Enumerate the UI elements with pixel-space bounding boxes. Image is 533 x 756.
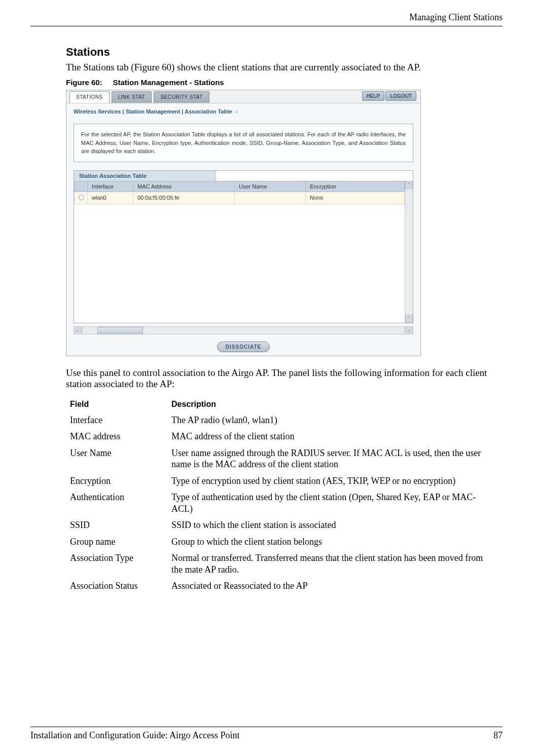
col-mac: MAC Address (133, 181, 235, 192)
description-box: For the selected AP, the Station Associa… (74, 124, 413, 162)
field-description-table: Field Description InterfaceThe AP radio … (70, 397, 496, 594)
field-row: User NameUser name assigned through the … (70, 445, 496, 473)
field-name: Authentication (70, 489, 171, 517)
field-name: Interface (70, 412, 171, 429)
field-name: Encryption (70, 473, 171, 489)
figure-label: Figure 60: (66, 78, 102, 87)
tab-linkstat[interactable]: LINK STAT (112, 91, 152, 103)
field-name: Association Status (70, 578, 171, 594)
field-name: SSID (70, 517, 171, 534)
field-head-field: Field (70, 397, 171, 412)
intro-text: The Stations tab (Figure 60) shows the c… (66, 62, 492, 73)
section-title: Stations (66, 46, 492, 59)
dissociate-button[interactable]: DISSOCIATE (217, 342, 270, 352)
field-row: Association StatusAssociated or Reassoci… (70, 578, 496, 594)
field-row: Group nameGroup to which the client stat… (70, 534, 496, 550)
row-radio[interactable] (79, 195, 84, 200)
page-header: Managing Client Stations (30, 12, 503, 26)
field-description: Associated or Reassociated to the AP (171, 578, 496, 594)
field-row: SSIDSSID to which the client station is … (70, 517, 496, 534)
field-name: User Name (70, 445, 171, 473)
field-name: Association Type (70, 550, 171, 578)
page-footer: Installation and Configuration Guide: Ai… (30, 727, 503, 741)
header-title: Managing Client Stations (409, 12, 503, 22)
footer-page-number: 87 (493, 730, 503, 741)
scroll-left-icon[interactable]: ‹ (74, 327, 82, 334)
scroll-down-icon[interactable]: ˅ (405, 315, 413, 323)
field-description: Normal or transferred. Transferred means… (171, 550, 496, 578)
field-row: MAC addressMAC address of the client sta… (70, 428, 496, 445)
field-description: User name assigned through the RADIUS se… (171, 445, 496, 473)
field-description: The AP radio (wlan0, wlan1) (171, 412, 496, 429)
col-encryption: Encryption (306, 181, 405, 192)
breadcrumb-arrow-icon: » (233, 108, 238, 115)
figure-caption: Figure 60: Station Management - Stations (66, 78, 492, 87)
field-row: InterfaceThe AP radio (wlan0, wlan1) (70, 412, 496, 429)
cell-interface: wlan0 (88, 192, 133, 204)
field-row: Association TypeNormal or transferred. T… (70, 550, 496, 578)
table-title: Station Association Table (74, 171, 216, 181)
table-row: wlan0 00:0a:f5:00:05:fe None (75, 192, 405, 204)
breadcrumb-text: Wireless Services | Station Management |… (74, 108, 232, 115)
field-row: AuthenticationType of authentication use… (70, 489, 496, 517)
horizontal-scrollbar[interactable]: ‹ › (74, 326, 413, 334)
field-row: EncryptionType of encryption used by cli… (70, 473, 496, 489)
cell-mac: 00:0a:f5:00:05:fe (133, 192, 235, 204)
after-text: Use this panel to control association to… (66, 367, 492, 390)
screenshot-panel: STATIONS LINK STAT SECURITY STAT HELP LO… (66, 90, 421, 356)
logout-button[interactable]: LOGOUT (385, 91, 416, 101)
footer-left: Installation and Configuration Guide: Ai… (30, 730, 240, 741)
tab-bar: STATIONS LINK STAT SECURITY STAT HELP LO… (66, 90, 420, 103)
scroll-thumb[interactable] (97, 327, 143, 334)
field-description: SSID to which the client station is asso… (171, 517, 496, 534)
scroll-up-icon[interactable]: ˄ (405, 181, 413, 189)
station-association-table: Interface MAC Address User Name Encrypti… (74, 181, 405, 204)
field-head-desc: Description (171, 397, 496, 412)
field-description: Group to which the client station belong… (171, 534, 496, 550)
help-button[interactable]: HELP (362, 91, 385, 101)
field-description: Type of authentication used by the clien… (171, 489, 496, 517)
figure-text: Station Management - Stations (113, 78, 224, 87)
field-description: MAC address of the client station (171, 428, 496, 445)
field-name: MAC address (70, 428, 171, 445)
station-table-wrap: Station Association Table Interface MAC … (74, 170, 413, 323)
col-interface: Interface (88, 181, 133, 192)
breadcrumb: Wireless Services | Station Management |… (66, 103, 420, 117)
tab-securitystat[interactable]: SECURITY STAT (154, 91, 209, 103)
tab-stations[interactable]: STATIONS (69, 91, 110, 103)
cell-user (235, 192, 306, 204)
vertical-scrollbar[interactable]: ˄ ˅ (405, 181, 413, 323)
scroll-right-icon[interactable]: › (405, 327, 413, 334)
field-description: Type of encryption used by client statio… (171, 473, 496, 489)
field-name: Group name (70, 534, 171, 550)
cell-encryption: None (306, 192, 405, 204)
col-select (75, 181, 88, 192)
col-user: User Name (235, 181, 306, 192)
